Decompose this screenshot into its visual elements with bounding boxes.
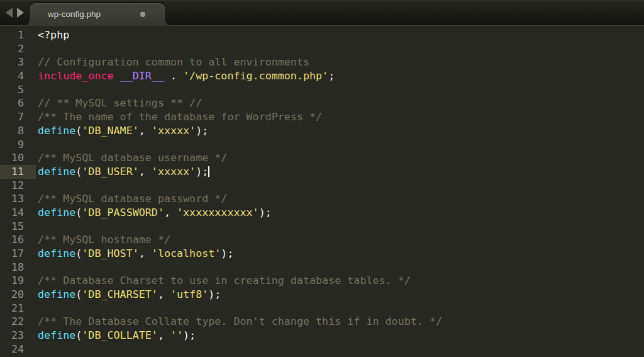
token-pl: (	[75, 165, 82, 178]
token-cm: /** MySQL database password */	[38, 192, 227, 205]
token-st: 'DB_PASSWORD'	[82, 206, 164, 218]
line-number[interactable]: 2	[0, 42, 36, 56]
code-text	[36, 302, 644, 315]
code-text	[36, 261, 644, 275]
code-line[interactable]: 15	[0, 220, 644, 234]
code-text: define('DB_NAME', 'xxxxx');	[36, 124, 644, 138]
line-number[interactable]: 4	[0, 69, 36, 83]
token-pl: );	[183, 329, 196, 341]
code-line[interactable]: 14define('DB_PASSWORD', 'xxxxxxxxxxx');	[0, 206, 644, 220]
token-pl: );	[221, 247, 233, 259]
token-pl: ,	[158, 329, 170, 341]
token-pl: (	[75, 247, 82, 259]
token-fn: define	[38, 124, 75, 137]
token-pl: ,	[139, 165, 152, 178]
code-line[interactable]: 2	[0, 42, 644, 56]
token-ct: __DIR__	[120, 69, 164, 82]
code-line[interactable]: 18	[0, 261, 644, 275]
token-cm: /** MySQL hostname */	[38, 233, 170, 246]
line-number[interactable]: 8	[0, 124, 36, 138]
code-line[interactable]: 7/** The name of the database for WordPr…	[0, 110, 644, 124]
code-text	[36, 138, 644, 152]
code-text: /** The Database Collate type. Don't cha…	[36, 315, 644, 329]
code-line[interactable]: 24	[0, 343, 644, 356]
code-text: define('DB_CHARSET', 'utf8');	[36, 288, 644, 302]
code-line[interactable]: 16/** MySQL hostname */	[0, 233, 644, 247]
line-number[interactable]: 16	[0, 233, 36, 247]
code-line[interactable]: 13/** MySQL database password */	[0, 192, 644, 206]
code-line[interactable]: 10/** MySQL database username */	[0, 151, 644, 165]
modified-dot-icon[interactable]	[140, 12, 145, 17]
token-st: 'DB_USER'	[82, 165, 138, 178]
token-cm: /** The Database Collate type. Don't cha…	[38, 315, 442, 327]
line-number[interactable]: 6	[0, 96, 36, 110]
line-number[interactable]: 21	[0, 302, 36, 315]
token-fn: define	[38, 206, 75, 218]
code-text: // Configuration common to all environme…	[36, 55, 644, 69]
code-text	[36, 220, 644, 234]
token-pl: );	[196, 124, 208, 137]
tab-wp-config[interactable]: wp-config.php	[30, 3, 165, 26]
code-text: include_once __DIR__ . '/wp-config.commo…	[36, 69, 644, 83]
line-number[interactable]: 23	[0, 329, 36, 343]
tab-label: wp-config.php	[48, 3, 101, 25]
code-line[interactable]: 11define('DB_USER', 'xxxxx');	[0, 165, 644, 179]
code-line[interactable]: 8define('DB_NAME', 'xxxxx');	[0, 124, 644, 138]
code-line[interactable]: 23define('DB_COLLATE', '');	[0, 329, 644, 343]
code-line[interactable]: 3// Configuration common to all environm…	[0, 55, 644, 69]
line-number[interactable]: 9	[0, 138, 36, 152]
code-text: define('DB_USER', 'xxxxx');	[36, 165, 644, 179]
code-line[interactable]: 12	[0, 179, 644, 193]
token-st: 'xxxxx'	[152, 165, 196, 178]
line-number[interactable]: 13	[0, 192, 36, 206]
line-number[interactable]: 5	[0, 83, 36, 97]
token-st: '/wp-config.common.php'	[183, 69, 328, 82]
previous-tab-icon[interactable]	[6, 8, 13, 18]
line-number[interactable]: 15	[0, 220, 36, 234]
code-text	[36, 42, 644, 56]
line-number[interactable]: 18	[0, 261, 36, 275]
code-line[interactable]: 22/** The Database Collate type. Don't c…	[0, 315, 644, 329]
token-st: 'DB_CHARSET'	[82, 288, 158, 300]
code-text: define('DB_HOST', 'localhost');	[36, 247, 644, 261]
tab-bar: wp-config.php	[0, 0, 644, 26]
code-line[interactable]: 4include_once __DIR__ . '/wp-config.comm…	[0, 69, 644, 83]
line-number[interactable]: 7	[0, 110, 36, 124]
code-text: /** MySQL database password */	[36, 192, 644, 206]
line-number[interactable]: 3	[0, 55, 36, 69]
line-number[interactable]: 1	[0, 28, 36, 42]
line-number[interactable]: 10	[0, 151, 36, 165]
line-number[interactable]: 11	[0, 165, 36, 179]
code-line[interactable]: 17define('DB_HOST', 'localhost');	[0, 247, 644, 261]
line-number[interactable]: 17	[0, 247, 36, 261]
line-number[interactable]: 20	[0, 288, 36, 302]
text-cursor	[208, 166, 209, 177]
code-line[interactable]: 6// ** MySQL settings ** //	[0, 96, 644, 110]
code-editor[interactable]: 1<?php23// Configuration common to all e…	[0, 26, 644, 357]
code-line[interactable]: 9	[0, 138, 644, 152]
token-kw: include_once	[38, 69, 114, 82]
token-pl: (	[75, 288, 82, 300]
token-st: 'xxxxx'	[152, 124, 196, 137]
line-number[interactable]: 19	[0, 274, 36, 288]
code-line[interactable]: 20define('DB_CHARSET', 'utf8');	[0, 288, 644, 302]
token-cm: // Configuration common to all environme…	[38, 55, 309, 68]
token-pl	[114, 69, 120, 82]
code-line[interactable]: 21	[0, 302, 644, 315]
line-number[interactable]: 24	[0, 343, 36, 356]
token-st: ''	[170, 329, 183, 341]
token-pl: );	[208, 288, 221, 300]
next-tab-icon[interactable]	[17, 8, 24, 18]
code-line[interactable]: 19/** Database Charset to use in creatin…	[0, 274, 644, 288]
line-number[interactable]: 14	[0, 206, 36, 220]
token-st: 'localhost'	[152, 247, 221, 259]
code-line[interactable]: 5	[0, 83, 644, 97]
code-text: /** MySQL database username */	[36, 151, 644, 165]
code-text: // ** MySQL settings ** //	[36, 96, 644, 110]
code-line[interactable]: 1<?php	[0, 28, 644, 42]
token-pl: );	[259, 206, 272, 218]
line-number[interactable]: 12	[0, 179, 36, 193]
line-number[interactable]: 22	[0, 315, 36, 329]
token-fn: define	[38, 329, 75, 341]
token-pl: ,	[139, 247, 152, 259]
